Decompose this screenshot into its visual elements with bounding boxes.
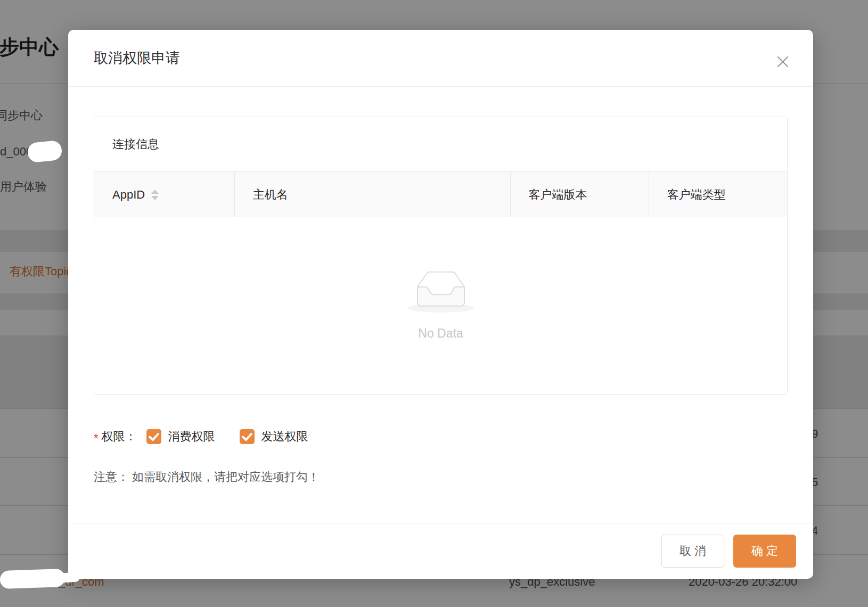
column-header-appid[interactable]: AppID <box>94 172 234 217</box>
modal-header: 取消权限申请 <box>68 30 813 87</box>
empty-inbox-icon <box>406 268 476 314</box>
permissions-row: * 权限： 消费权限 发送权限 <box>94 429 788 445</box>
checkbox-send-permission[interactable]: 发送权限 <box>240 429 308 445</box>
app-root: 同步中心 同步中心 d_000 用户体验 有权限Topic 9 5 4 game… <box>0 0 868 607</box>
empty-state: No Data <box>406 268 476 341</box>
column-header-hostname: 主机名 <box>234 172 510 217</box>
checkmark-icon <box>146 429 161 444</box>
cancel-button[interactable]: 取 消 <box>661 535 724 568</box>
modal-body: 连接信息 AppID 主机名 客户端版本 <box>68 87 813 485</box>
column-header-client-version: 客户端版本 <box>510 172 649 217</box>
checkbox-label: 发送权限 <box>261 429 308 445</box>
column-header-client-type: 客户端类型 <box>649 172 787 217</box>
table-caption: 连接信息 <box>94 117 787 171</box>
sort-caret-icon[interactable] <box>151 190 159 200</box>
caret-up-icon <box>151 190 159 194</box>
checkbox-consume-permission[interactable]: 消费权限 <box>146 429 215 445</box>
table-header-row: AppID 主机名 客户端版本 客户端类型 <box>94 171 787 217</box>
checkbox-label: 消费权限 <box>168 429 215 445</box>
modal-title: 取消权限申请 <box>94 48 180 68</box>
checkbox-checked[interactable] <box>240 429 255 444</box>
column-header-label: 客户端类型 <box>667 187 726 203</box>
column-header-label: 客户端版本 <box>529 187 587 203</box>
permissions-label: 权限： <box>102 429 137 445</box>
checkmark-icon <box>240 429 255 444</box>
column-header-label: 主机名 <box>253 187 288 203</box>
connection-table: 连接信息 AppID 主机名 客户端版本 <box>94 117 788 395</box>
note-text: 注意： 如需取消权限，请把对应选项打勾！ <box>94 469 788 485</box>
confirm-button[interactable]: 确 定 <box>733 535 796 568</box>
empty-text: No Data <box>406 326 476 341</box>
modal-footer: 取 消 确 定 <box>68 523 813 579</box>
required-asterisk: * <box>94 431 99 445</box>
table-empty-area: No Data <box>94 217 787 394</box>
checkbox-checked[interactable] <box>146 429 161 444</box>
caret-down-icon <box>151 196 159 200</box>
cancel-permission-modal: 取消权限申请 连接信息 AppID <box>68 30 813 579</box>
close-icon <box>776 55 790 69</box>
column-header-label: AppID <box>112 188 145 202</box>
close-button[interactable] <box>775 54 791 70</box>
